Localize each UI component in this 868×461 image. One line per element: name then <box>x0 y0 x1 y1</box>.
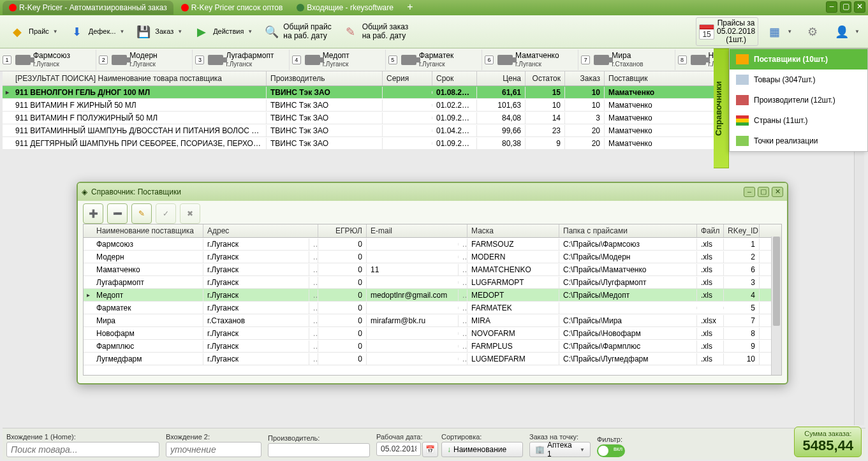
truck-icon <box>594 55 609 65</box>
actions-button[interactable]: ▶Действия▼ <box>188 18 257 46</box>
dcol-file[interactable]: Файл <box>697 224 724 237</box>
cancel-icon: ✖ <box>187 209 193 218</box>
supplier-tab[interactable]: 2Модернг.Луганск <box>96 50 193 70</box>
tab-mail[interactable]: Входящие - rkeysoftware <box>290 1 400 15</box>
order-sum-value: 5485,44 <box>802 437 853 454</box>
plus-icon: ➕ <box>89 209 98 218</box>
table-row[interactable]: Новофармг.Луганск...0...NOVOFARMC:\Прайс… <box>84 327 781 340</box>
table-row[interactable]: Мираг.Стаханов...0mirafarm@bk.ru...MIRAC… <box>84 314 781 327</box>
check-icon: ✓ <box>163 209 169 218</box>
tab-main[interactable]: R-Key Pricer - Автоматизированный заказ <box>3 1 173 15</box>
defect-button[interactable]: ⬇Дефек...▼ <box>64 18 129 46</box>
supplier-tab[interactable]: 5Фарматекг.Луганск <box>386 50 482 70</box>
minus-icon: ➖ <box>113 209 122 218</box>
supplier-tab[interactable]: 4Медоптг.Луганск <box>290 50 386 70</box>
col-manufacturer[interactable]: Производитель <box>267 71 383 85</box>
dialog-scrollbar[interactable] <box>771 237 781 375</box>
sidebar-item-manufacturers[interactable]: Производители (12шт.) <box>730 90 867 110</box>
table-row[interactable]: Маматченког.Луганск...011...MAMATCHENKOC… <box>84 263 781 276</box>
table-row[interactable]: Фарматекг.Луганск...0...FARMATEK5 <box>84 302 781 314</box>
point-button[interactable]: 🏢Аптека 1▼ <box>529 442 591 457</box>
truck-icon <box>208 55 223 65</box>
truck-icon <box>691 55 706 65</box>
settings-button[interactable]: ⚙ <box>799 18 826 46</box>
dialog-title: Справочник: Поставщики <box>91 187 181 196</box>
order-sum-label: Сумма заказа: <box>802 430 853 437</box>
supplier-tab[interactable]: 7Мираг.Стаханов <box>578 50 675 70</box>
manufacturer-input[interactable] <box>268 443 370 457</box>
user-button[interactable]: 👤▼ <box>828 18 864 46</box>
sidebar-tab[interactable]: Справочники <box>714 48 729 168</box>
supplier-tab[interactable]: 3Лугафармоптг.Луганск <box>193 50 289 70</box>
table-row[interactable]: Модернг.Луганск...0...MODERNC:\Прайсы\Мо… <box>84 251 781 263</box>
tab-add[interactable]: + <box>404 1 416 14</box>
dcol-rkey[interactable]: RKey_ID <box>724 224 760 237</box>
col-series[interactable]: Серия <box>383 71 432 85</box>
dcol-name[interactable]: Наименование поставщика <box>92 224 203 237</box>
point-label: Заказ на точку: <box>529 433 591 441</box>
app-icon <box>9 4 17 11</box>
common-price-button[interactable]: 🔍Общий прайсна раб. дату <box>258 18 335 46</box>
calendar-button[interactable]: 📅 <box>422 442 438 457</box>
sidebar-item-goods[interactable]: Товары (3047шт.) <box>730 70 867 90</box>
tab-list[interactable]: R-Key Pricer список оптов <box>175 1 290 15</box>
scroll-thumb[interactable] <box>773 237 780 326</box>
minimize-button[interactable]: – <box>826 1 837 13</box>
save-icon: 💾 <box>135 23 152 41</box>
app-icon <box>181 4 189 11</box>
sort-button[interactable]: ↓Наименование <box>441 442 523 457</box>
dcol-address[interactable]: Адрес <box>203 224 318 237</box>
delete-button[interactable]: ➖ <box>107 203 128 224</box>
dcol-folder[interactable]: Папка с прайсами <box>559 224 697 237</box>
price-button[interactable]: ◆Прайс▼ <box>4 18 63 46</box>
window-controls: – ▢ ✕ <box>826 1 865 13</box>
dialog-titlebar[interactable]: ◈ Справочник: Поставщики – ▢ ✕ <box>78 183 787 201</box>
sidebar-item-countries[interactable]: Страны (11шт.) <box>730 110 867 131</box>
search-input-1[interactable] <box>6 442 159 457</box>
col-expiry[interactable]: Срок <box>432 71 477 85</box>
truck-icon <box>497 55 513 65</box>
table-row[interactable]: ▸Медоптг.Луганск...0medoptlnr@gmail.com.… <box>84 289 781 302</box>
col-name[interactable]: [РЕЗУЛЬТАТ ПОИСКА] Наименование товара п… <box>11 71 267 85</box>
table-row[interactable]: Фармсоюзг.Луганск...0...FARMSOUZC:\Прайс… <box>84 238 781 251</box>
work-date-input[interactable] <box>376 442 421 456</box>
table-row[interactable]: Лугафармоптг.Луганск...0...LUGFARMOPTC:\… <box>84 276 781 289</box>
tab-num: 2 <box>99 55 108 64</box>
suppliers-dialog: ◈ Справочник: Поставщики – ▢ ✕ ➕ ➖ ✎ ✓ ✖… <box>77 182 788 384</box>
add-button[interactable]: ➕ <box>83 203 103 224</box>
supplier-tab[interactable]: 1Фармсоюзг.Луганск <box>0 50 96 70</box>
tab-num: 4 <box>292 55 301 64</box>
search-icon: 🔍 <box>263 23 281 41</box>
truck-icon <box>401 55 416 65</box>
dcol-email[interactable]: E-mail <box>367 224 467 237</box>
table-row[interactable]: Фармплюсг.Луганск...0...FARMPLUSC:\Прайс… <box>84 340 781 353</box>
in1-label: Вхождение 1 (Home): <box>6 433 159 441</box>
col-order[interactable]: Заказ <box>565 71 605 85</box>
prices-for-date-button[interactable]: 15 Прайсы за05.02.2018(1шт.) <box>696 17 758 47</box>
col-price[interactable]: Цена <box>477 71 526 85</box>
dcol-mask[interactable]: Маска <box>467 224 559 237</box>
sidebar-panel: Поставщики (10шт.) Товары (3047шт.) Прои… <box>729 48 868 152</box>
truck-icon <box>15 55 31 65</box>
sidebar-item-points[interactable]: Точки реализации <box>730 131 867 151</box>
view-button[interactable]: ▦▼ <box>761 18 797 46</box>
sidebar-item-suppliers[interactable]: Поставщики (10шт.) <box>730 49 867 70</box>
maximize-button[interactable]: ▢ <box>840 1 851 13</box>
grid-icon: ▦ <box>765 23 783 41</box>
tab-label: Входящие - rkeysoftware <box>307 3 394 12</box>
search-input-2[interactable] <box>166 442 261 457</box>
dcol-egrul[interactable]: ЕГРЮЛ <box>318 224 367 237</box>
close-button[interactable]: ✕ <box>854 1 865 13</box>
order-button[interactable]: 💾Заказ▼ <box>130 18 187 46</box>
supplier-tab[interactable]: 6Маматченког.Луганск <box>482 50 578 70</box>
col-stock[interactable]: Остаток <box>526 71 565 85</box>
tab-num: 8 <box>678 55 687 64</box>
filter-toggle[interactable]: вкл <box>597 444 625 457</box>
tab-num: 1 <box>3 55 11 64</box>
dialog-close[interactable]: ✕ <box>772 187 783 197</box>
table-row[interactable]: Лугмедфармг.Луганск...0...LUGMEDFARMC:\П… <box>84 353 781 365</box>
common-order-button[interactable]: ✎Общий заказна раб. дату <box>337 18 413 46</box>
dialog-maximize[interactable]: ▢ <box>758 187 769 197</box>
edit-button[interactable]: ✎ <box>131 203 152 224</box>
dialog-minimize[interactable]: – <box>744 187 755 197</box>
